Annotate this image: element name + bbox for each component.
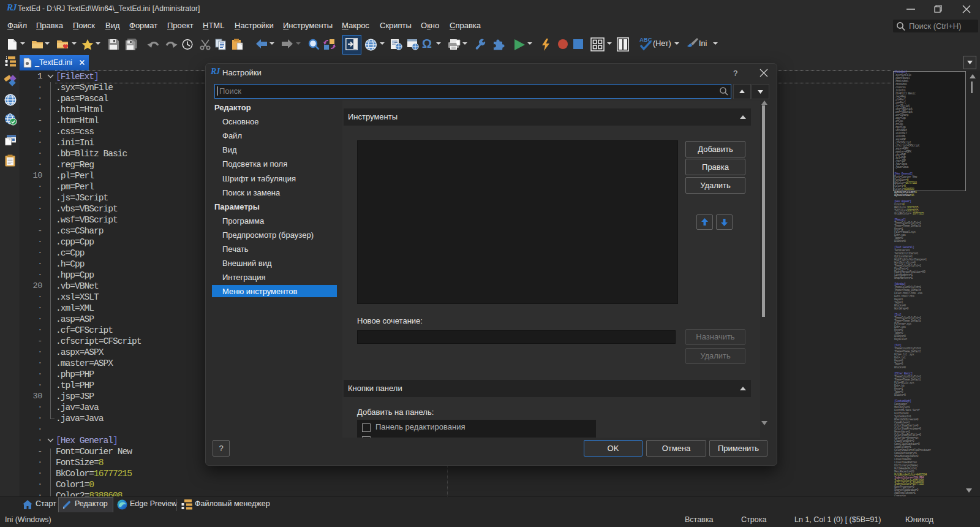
svg-text:?: ? [733,69,737,78]
